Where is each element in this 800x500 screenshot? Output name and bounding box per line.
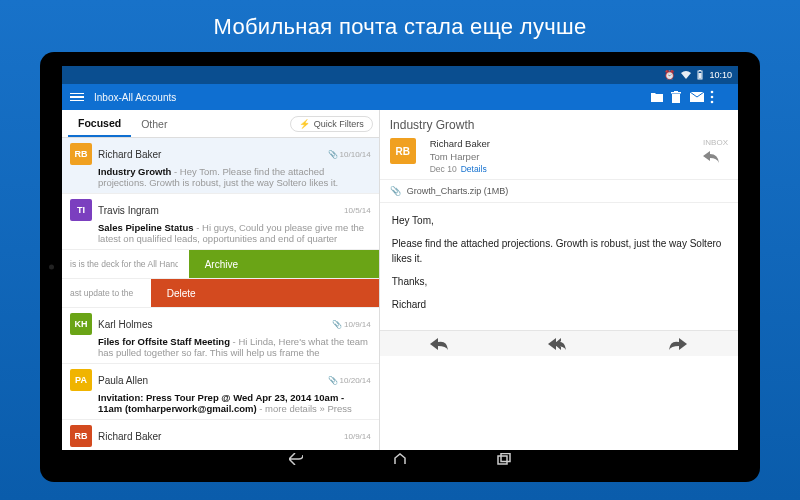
list-item-swiped[interactable]: is is the deck for the All Hands. 📎11/10… — [62, 250, 379, 279]
svg-point-9 — [711, 101, 714, 104]
tablet-frame: ⏰ 10:10 Inbox-All Accounts — [40, 52, 760, 482]
android-nav-bar — [62, 450, 738, 468]
from-name: Richard Baker — [430, 138, 490, 151]
battery-icon — [697, 70, 703, 80]
tab-focused[interactable]: Focused — [68, 110, 131, 137]
tab-row: Focused Other ⚡ Quick Filters — [62, 110, 379, 138]
back-button[interactable] — [289, 453, 303, 465]
avatar: RB — [70, 143, 92, 165]
list-item[interactable]: RB Richard Baker 10/9/14 Fwd: Key Custom… — [62, 420, 379, 450]
list-item[interactable]: KH Karl Holmes 📎10/9/14 Files for Offsit… — [62, 308, 379, 364]
message-date: 📎10/10/14 — [328, 150, 371, 159]
reply-icon[interactable] — [703, 151, 728, 163]
quick-filters-label: Quick Filters — [314, 119, 364, 129]
recents-button[interactable] — [497, 453, 511, 465]
message-date: 10/5/14 — [344, 206, 371, 215]
quick-filters-button[interactable]: ⚡ Quick Filters — [290, 116, 373, 132]
avatar: TI — [70, 199, 92, 221]
list-item[interactable]: TI Travis Ingram 10/5/14 Sales Pipeline … — [62, 194, 379, 250]
to-name: Tom Harper — [430, 151, 490, 164]
svg-rect-4 — [671, 92, 681, 94]
svg-rect-10 — [498, 456, 507, 464]
message-list[interactable]: RB Richard Baker 📎10/10/14 Industry Grow… — [62, 138, 379, 450]
promo-title: Мобильная почта стала еще лучше — [214, 14, 587, 40]
paperclip-icon: 📎 — [390, 186, 401, 196]
bolt-icon: ⚡ — [299, 119, 310, 129]
message-date: 10/9/14 — [344, 432, 371, 441]
screen: ⏰ 10:10 Inbox-All Accounts — [62, 66, 738, 468]
avatar: RB — [70, 425, 92, 447]
status-time: 10:10 — [709, 70, 732, 80]
sender-name: Travis Ingram — [98, 205, 159, 216]
reading-subject: Industry Growth — [390, 118, 728, 132]
attachment-name: Growth_Charts.zip (1MB) — [407, 186, 509, 196]
sender-name: Paula Allen — [98, 375, 148, 386]
svg-rect-2 — [699, 73, 702, 79]
forward-button[interactable] — [619, 331, 738, 356]
list-item-swiped[interactable]: ast update to the 10/10/14 Delete — [62, 279, 379, 308]
overflow-icon[interactable] — [710, 90, 730, 104]
list-item[interactable]: PA Paula Allen 📎10/20/14 Invitation: Pre… — [62, 364, 379, 420]
folder-icon[interactable] — [650, 91, 670, 103]
list-item[interactable]: RB Richard Baker 📎10/10/14 Industry Grow… — [62, 138, 379, 194]
reading-pane: Industry Growth RB Richard Baker Tom Har… — [380, 110, 738, 450]
message-list-pane: Focused Other ⚡ Quick Filters RB Richard… — [62, 110, 380, 450]
svg-rect-3 — [672, 94, 680, 103]
reply-all-button[interactable] — [499, 331, 618, 356]
reply-button[interactable] — [380, 331, 499, 356]
sender-name: Richard Baker — [98, 149, 161, 160]
swipe-delete-action[interactable]: Delete — [151, 279, 379, 307]
menu-button[interactable] — [70, 93, 84, 102]
sender-name: Karl Holmes — [98, 319, 152, 330]
details-link[interactable]: Details — [461, 164, 487, 174]
swipe-archive-action[interactable]: Archive — [189, 250, 379, 278]
svg-rect-1 — [699, 70, 701, 71]
mail-icon[interactable] — [690, 92, 710, 102]
row-peek-text: is is the deck for the All Hands. — [70, 259, 178, 269]
reading-action-bar — [380, 330, 738, 356]
message-date: 📎10/20/14 — [328, 376, 371, 385]
trash-icon[interactable] — [670, 91, 690, 104]
svg-rect-5 — [674, 91, 678, 92]
home-button[interactable] — [393, 453, 407, 465]
android-status-bar: ⏰ 10:10 — [62, 66, 738, 84]
appbar-title: Inbox-All Accounts — [94, 92, 176, 103]
reading-header: Industry Growth RB Richard Baker Tom Har… — [380, 110, 738, 180]
wifi-icon — [681, 71, 691, 79]
message-date: 📎10/9/14 — [332, 320, 371, 329]
row-peek-text: ast update to the — [70, 288, 133, 298]
content-area: Focused Other ⚡ Quick Filters RB Richard… — [62, 110, 738, 450]
paperclip-icon: 📎 — [332, 320, 342, 329]
svg-point-8 — [711, 96, 714, 99]
alarm-icon: ⏰ — [664, 70, 675, 80]
avatar: PA — [70, 369, 92, 391]
sender-name: Richard Baker — [98, 431, 161, 442]
message-date: Dec 10 — [430, 164, 457, 174]
paperclip-icon: 📎 — [328, 376, 338, 385]
folder-label: INBOX — [703, 138, 728, 163]
svg-point-7 — [711, 91, 714, 94]
message-body: Hey Tom, Please find the attached projec… — [380, 203, 738, 330]
attachment-row[interactable]: 📎 Growth_Charts.zip (1MB) — [380, 180, 738, 203]
paperclip-icon: 📎 — [328, 150, 338, 159]
app-bar: Inbox-All Accounts — [62, 84, 738, 110]
avatar: KH — [70, 313, 92, 335]
tab-other[interactable]: Other — [131, 110, 177, 137]
avatar: RB — [390, 138, 416, 164]
svg-rect-11 — [501, 454, 510, 462]
